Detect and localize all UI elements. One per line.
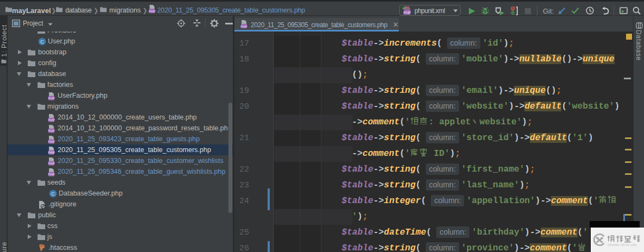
svg-text:PHP: PHP	[48, 151, 54, 154]
svg-text:PHP: PHP	[48, 140, 54, 143]
svg-text:PHP: PHP	[240, 25, 247, 28]
svg-text:C: C	[40, 39, 44, 45]
svg-text:PHP: PHP	[148, 10, 155, 13]
svg-text:PHP: PHP	[48, 118, 54, 122]
svg-text:PHP: PHP	[48, 129, 54, 133]
svg-text:PHP: PHP	[48, 162, 54, 165]
svg-text:PHP: PHP	[48, 173, 54, 176]
svg-text:PHP: PHP	[48, 97, 54, 100]
svg-text:PHP: PHP	[404, 11, 411, 15]
svg-text:C: C	[51, 191, 55, 197]
